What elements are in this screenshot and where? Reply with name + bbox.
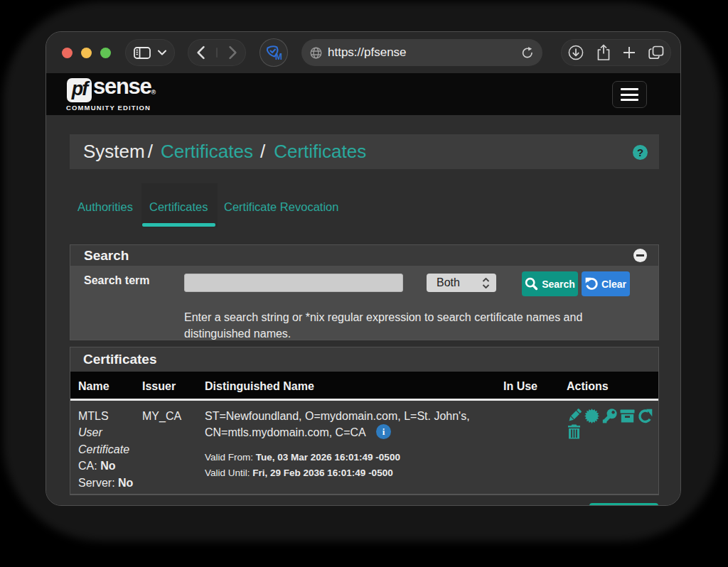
svg-text:M: M [275, 52, 282, 62]
